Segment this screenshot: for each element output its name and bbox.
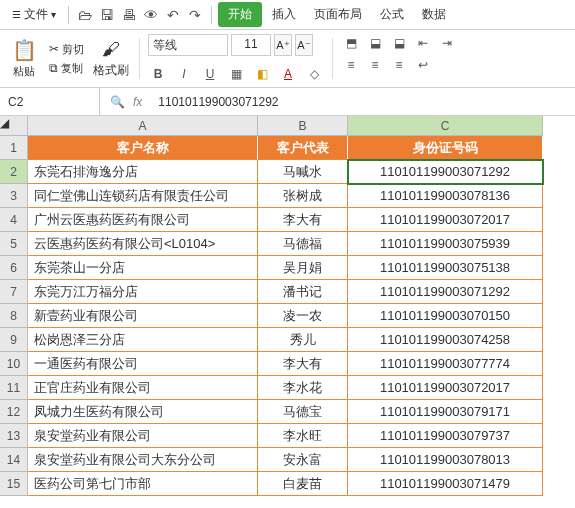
row-header[interactable]: 4: [0, 208, 28, 232]
undo-icon[interactable]: ↶: [163, 5, 183, 25]
cell-id[interactable]: 110101199003071292: [348, 160, 543, 184]
cell-id[interactable]: 110101199003070150: [348, 304, 543, 328]
cell-rep[interactable]: 张树成: [258, 184, 348, 208]
fill-color-button[interactable]: ◧: [252, 64, 272, 84]
align-bottom-button[interactable]: ⬓: [389, 34, 409, 52]
cell-name[interactable]: 东莞万江万福分店: [28, 280, 258, 304]
decrease-font-button[interactable]: A⁻: [295, 34, 313, 56]
row-header[interactable]: 6: [0, 256, 28, 280]
font-name-select[interactable]: 等线: [148, 34, 228, 56]
save-icon[interactable]: 🖫: [97, 5, 117, 25]
cell-rep[interactable]: 白麦苗: [258, 472, 348, 496]
cell-rep[interactable]: 李水花: [258, 376, 348, 400]
row-header[interactable]: 8: [0, 304, 28, 328]
tab-data[interactable]: 数据: [414, 2, 454, 27]
cell-rep[interactable]: 潘书记: [258, 280, 348, 304]
row-header[interactable]: 1: [0, 136, 28, 160]
cell-id[interactable]: 110101199003071292: [348, 280, 543, 304]
fx-label[interactable]: fx: [133, 95, 142, 109]
indent-decrease-button[interactable]: ⇤: [413, 34, 433, 52]
cell-id[interactable]: 110101199003074258: [348, 328, 543, 352]
name-box[interactable]: C2: [0, 88, 100, 115]
tab-layout[interactable]: 页面布局: [306, 2, 370, 27]
cell-id[interactable]: 110101199003071479: [348, 472, 543, 496]
row-header[interactable]: 14: [0, 448, 28, 472]
cell-name[interactable]: 东莞茶山一分店: [28, 256, 258, 280]
cell-name[interactable]: 东莞石排海逸分店: [28, 160, 258, 184]
cell-id[interactable]: 110101199003072017: [348, 376, 543, 400]
cell-rep[interactable]: 马德福: [258, 232, 348, 256]
border-button[interactable]: ▦: [226, 64, 246, 84]
row-header[interactable]: 10: [0, 352, 28, 376]
cell-rep[interactable]: 凌一农: [258, 304, 348, 328]
cell-name[interactable]: 云医惠药医药有限公司<L0104>: [28, 232, 258, 256]
row-header[interactable]: 13: [0, 424, 28, 448]
wrap-text-button[interactable]: ↩: [413, 56, 433, 74]
cell-rep[interactable]: 安永富: [258, 448, 348, 472]
align-top-button[interactable]: ⬒: [341, 34, 361, 52]
cell-rep[interactable]: 吴月娟: [258, 256, 348, 280]
cell-rep[interactable]: 马德宝: [258, 400, 348, 424]
open-icon[interactable]: 🗁: [75, 5, 95, 25]
formula-input[interactable]: 110101199003071292: [152, 95, 575, 109]
paste-button[interactable]: 📋 粘贴: [6, 38, 42, 79]
cell-name[interactable]: 泉安堂药业有限公司: [28, 424, 258, 448]
row-header[interactable]: 3: [0, 184, 28, 208]
cell-name[interactable]: 同仁堂佛山连锁药店有限责任公司: [28, 184, 258, 208]
col-header-b[interactable]: B: [258, 116, 348, 136]
tab-formula[interactable]: 公式: [372, 2, 412, 27]
cell-id[interactable]: 110101199003078013: [348, 448, 543, 472]
cell-id[interactable]: 110101199003072017: [348, 208, 543, 232]
cut-button[interactable]: ✂ 剪切: [46, 41, 87, 58]
cell-id[interactable]: 110101199003079737: [348, 424, 543, 448]
cell-name[interactable]: 泉安堂药业有限公司大东分公司: [28, 448, 258, 472]
cell-name[interactable]: 一通医药有限公司: [28, 352, 258, 376]
cell-rep[interactable]: 李水旺: [258, 424, 348, 448]
cell-name[interactable]: 新壹药业有限公司: [28, 304, 258, 328]
cell-rep[interactable]: 李大有: [258, 208, 348, 232]
header-cell[interactable]: 客户代表: [258, 136, 348, 160]
row-header[interactable]: 9: [0, 328, 28, 352]
row-header[interactable]: 15: [0, 472, 28, 496]
redo-icon[interactable]: ↷: [185, 5, 205, 25]
font-size-select[interactable]: 11: [231, 34, 271, 56]
align-middle-button[interactable]: ⬓: [365, 34, 385, 52]
col-header-a[interactable]: A: [28, 116, 258, 136]
cell-id[interactable]: 110101199003075939: [348, 232, 543, 256]
format-painter-button[interactable]: 🖌 格式刷: [91, 39, 131, 79]
row-header[interactable]: 2: [0, 160, 28, 184]
row-header[interactable]: 11: [0, 376, 28, 400]
cell-name[interactable]: 广州云医惠药医药有限公司: [28, 208, 258, 232]
zoom-icon[interactable]: 🔍: [110, 95, 125, 109]
cell-id[interactable]: 110101199003075138: [348, 256, 543, 280]
row-header[interactable]: 12: [0, 400, 28, 424]
select-all-corner[interactable]: ◢: [0, 116, 28, 136]
print-icon[interactable]: 🖶: [119, 5, 139, 25]
cell-id[interactable]: 110101199003077774: [348, 352, 543, 376]
cell-name[interactable]: 正官庄药业有限公司: [28, 376, 258, 400]
align-center-button[interactable]: ≡: [365, 56, 385, 74]
tab-insert[interactable]: 插入: [264, 2, 304, 27]
cell-name[interactable]: 凤城力生医药有限公司: [28, 400, 258, 424]
align-left-button[interactable]: ≡: [341, 56, 361, 74]
tab-start[interactable]: 开始: [218, 2, 262, 27]
row-header[interactable]: 5: [0, 232, 28, 256]
file-menu[interactable]: ☰ 文件 ▾: [6, 3, 62, 26]
bold-button[interactable]: B: [148, 64, 168, 84]
font-color-button[interactable]: A: [278, 64, 298, 84]
indent-increase-button[interactable]: ⇥: [437, 34, 457, 52]
print-preview-icon[interactable]: 👁: [141, 5, 161, 25]
cell-id[interactable]: 110101199003079171: [348, 400, 543, 424]
header-cell[interactable]: 客户名称: [28, 136, 258, 160]
col-header-c[interactable]: C: [348, 116, 543, 136]
clear-format-button[interactable]: ◇: [304, 64, 324, 84]
underline-button[interactable]: U: [200, 64, 220, 84]
italic-button[interactable]: I: [174, 64, 194, 84]
cell-rep[interactable]: 马喊水: [258, 160, 348, 184]
header-cell[interactable]: 身份证号码: [348, 136, 543, 160]
cell-rep[interactable]: 李大有: [258, 352, 348, 376]
cell-name[interactable]: 松岗恩泽三分店: [28, 328, 258, 352]
cell-name[interactable]: 医药公司第七门市部: [28, 472, 258, 496]
row-header[interactable]: 7: [0, 280, 28, 304]
cell-id[interactable]: 110101199003078136: [348, 184, 543, 208]
